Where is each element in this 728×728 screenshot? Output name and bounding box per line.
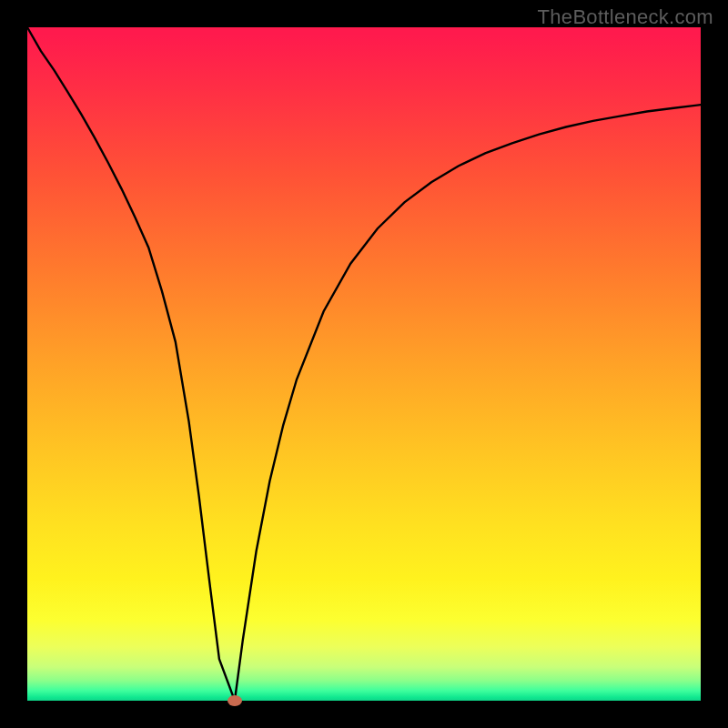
chart-frame: TheBottleneck.com — [0, 0, 728, 728]
bottleneck-curve — [27, 27, 701, 701]
watermark-text: TheBottleneck.com — [538, 5, 713, 29]
curve-path — [27, 27, 701, 701]
optimum-marker — [228, 695, 242, 706]
plot-area — [27, 27, 701, 701]
